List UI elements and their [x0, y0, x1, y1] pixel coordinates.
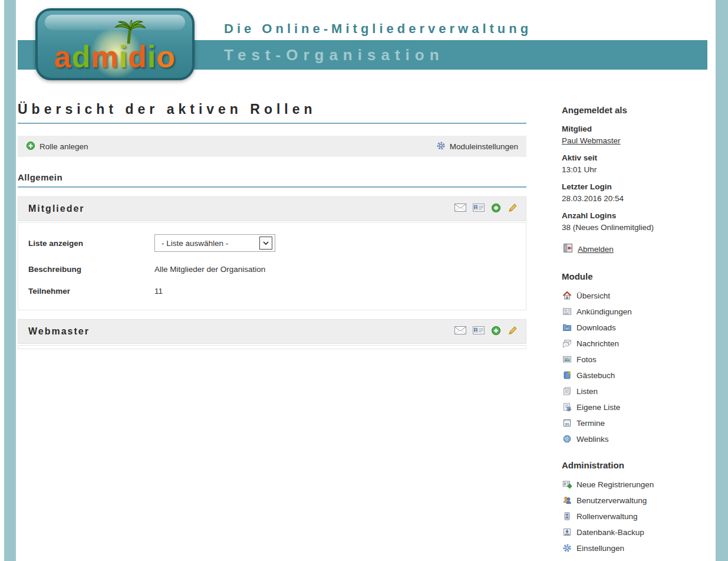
sidebar-item-eigene-liste[interactable]: Eigene Liste	[562, 402, 709, 412]
right-edge-strip	[716, 0, 728, 561]
description-value: Alle Mitglieder der Organisation	[154, 265, 265, 274]
add-member-button[interactable]	[491, 326, 501, 338]
chevron-down-icon	[259, 237, 272, 250]
module-settings-label: Moduleinstellungen	[450, 142, 518, 151]
email-icon	[454, 326, 466, 337]
downloads-icon	[562, 323, 572, 332]
add-icon	[491, 203, 501, 215]
sidebar-item-listen[interactable]: Listen	[562, 386, 709, 396]
logout-icon	[563, 243, 573, 255]
sidebar-item-datenbank-backup[interactable]: Datenbank-Backup	[562, 527, 709, 537]
edit-role-button[interactable]	[508, 326, 518, 338]
module-settings-button[interactable]: Moduleinstellungen	[436, 141, 518, 152]
left-edge-strip	[4, 0, 16, 561]
vcard-button[interactable]	[473, 204, 485, 214]
vcard-icon	[473, 326, 485, 337]
email-icon	[454, 204, 466, 214]
sidebar: Angemeldet als Mitglied Paul Webmaster A…	[562, 105, 709, 561]
main-content: Übersicht der aktiven Rollen Rolle anleg…	[18, 101, 526, 349]
edit-icon	[508, 326, 518, 338]
modules-heading: Module	[562, 271, 709, 281]
active-since-value: 13:01 Uhr	[562, 165, 709, 174]
add-icon	[26, 141, 35, 152]
announcements-icon	[562, 307, 572, 316]
globe-icon	[562, 434, 572, 444]
calendar-icon: 31	[562, 418, 572, 428]
sidebar-item-einstellungen[interactable]: Einstellungen	[562, 543, 709, 553]
role-panel-body	[18, 345, 526, 349]
users-icon	[562, 496, 572, 505]
guestbook-icon	[562, 370, 572, 380]
role-panel-header: Mitglieder	[18, 196, 526, 221]
participants-label: Teilnehmer	[28, 287, 154, 296]
list-select-value: - Liste auswählen -	[162, 239, 228, 248]
last-login-value: 28.03.2016 20:54	[562, 194, 709, 203]
photos-icon	[562, 355, 572, 364]
sidebar-item-weblinks[interactable]: Weblinks	[562, 434, 709, 444]
svg-text:31: 31	[565, 422, 569, 426]
role-name: Mitglieder	[28, 204, 85, 214]
role-name: Webmaster	[28, 326, 90, 337]
sidebar-item-termine[interactable]: 31 Termine	[562, 418, 709, 428]
role-label: Mitglied	[562, 124, 709, 133]
database-backup-icon	[562, 527, 572, 537]
last-login-label: Letzter Login	[562, 182, 709, 191]
role-panel-body: Liste anzeigen - Liste auswählen - Besch…	[18, 222, 526, 310]
administration-heading: Administration	[562, 460, 709, 470]
organization-name: Test-Organisation	[224, 46, 444, 64]
login-count-value: 38 (Neues Onlinemitglied)	[562, 223, 709, 232]
sidebar-item-fotos[interactable]: Fotos	[562, 355, 709, 364]
role-panel-mitglieder: Mitglieder	[18, 196, 526, 310]
add-icon	[491, 326, 501, 338]
page-root: Die Online-Mitgliederverwaltung Test-Org…	[0, 0, 728, 561]
sidebar-item-ankuendigungen[interactable]: Ankündigungen	[562, 307, 709, 316]
participants-value: 11	[154, 287, 163, 296]
sidebar-item-rollenverwaltung[interactable]: Rollenverwaltung	[562, 511, 709, 521]
description-label: Beschreibung	[28, 265, 154, 274]
modules-list: Übersicht Ankündigungen	[562, 291, 709, 444]
role-panel-header: Webmaster	[18, 319, 526, 344]
list-label: Liste anzeigen	[28, 239, 154, 248]
toolbar: Rolle anlegen Moduleinstellungen	[18, 136, 526, 157]
edit-icon	[508, 203, 518, 215]
gear-icon	[436, 141, 446, 152]
login-count-label: Anzahl Logins	[562, 211, 709, 220]
list-select[interactable]: - Liste auswählen -	[154, 234, 275, 252]
vcard-icon	[473, 204, 485, 214]
settings-icon	[562, 543, 572, 553]
create-role-button[interactable]: Rolle anlegen	[26, 141, 88, 152]
home-icon	[562, 291, 572, 300]
administration-list: Neue Registrierungen Benutzerverwaltung	[562, 480, 709, 553]
vcard-button[interactable]	[473, 326, 485, 337]
own-list-icon	[562, 402, 572, 412]
email-role-button[interactable]	[454, 326, 466, 337]
active-since-label: Aktiv seit	[562, 153, 709, 162]
messages-icon	[562, 339, 572, 348]
page-title: Übersicht der aktiven Rollen	[18, 101, 526, 124]
role-panel-webmaster: Webmaster	[18, 319, 526, 349]
create-role-label: Rolle anlegen	[39, 142, 88, 151]
sidebar-item-gaestebuch[interactable]: Gästebuch	[562, 370, 709, 380]
roles-icon	[562, 511, 572, 521]
add-member-button[interactable]	[491, 203, 501, 215]
sidebar-item-neue-registrierungen[interactable]: Neue Registrierungen	[562, 480, 709, 489]
lists-icon	[562, 386, 572, 396]
edit-role-button[interactable]	[508, 203, 518, 215]
logo-text: admidio	[38, 41, 192, 72]
site-tagline: Die Online-Mitgliederverwaltung	[224, 21, 532, 37]
logout-link[interactable]: Abmelden	[578, 245, 614, 254]
email-role-button[interactable]	[454, 204, 466, 214]
sidebar-item-downloads[interactable]: Downloads	[562, 323, 709, 332]
sidebar-item-uebersicht[interactable]: Übersicht	[562, 291, 709, 300]
user-profile-link[interactable]: Paul Webmaster	[562, 136, 621, 145]
login-box-title: Angemeldet als	[562, 105, 709, 115]
category-heading: Allgemein	[18, 172, 526, 188]
admidio-logo[interactable]: admidio	[35, 8, 195, 80]
sidebar-item-nachrichten[interactable]: Nachrichten	[562, 339, 709, 348]
sidebar-item-benutzerverwaltung[interactable]: Benutzerverwaltung	[562, 496, 709, 505]
new-registrations-icon	[562, 480, 572, 489]
